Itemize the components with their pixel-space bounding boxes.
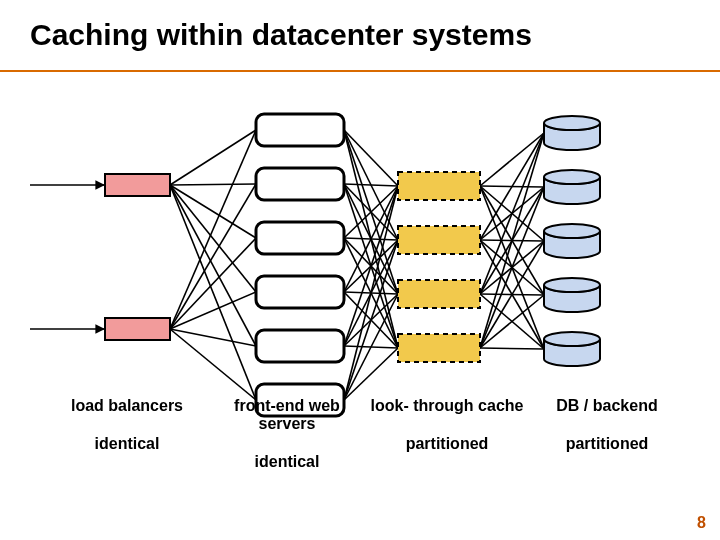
column-captions: load balancers identical front-end web s… [47, 397, 687, 471]
caption-label-3: DB / backend [527, 397, 687, 415]
svg-line-12 [170, 329, 256, 346]
caption-col-3: DB / backend partitioned [527, 397, 687, 471]
svg-line-18 [344, 184, 398, 186]
svg-point-60 [544, 224, 600, 238]
svg-point-58 [544, 116, 600, 130]
database-icon [544, 170, 600, 204]
svg-line-38 [480, 133, 544, 186]
web-server-icon [256, 114, 344, 146]
svg-line-10 [170, 238, 256, 329]
svg-line-6 [170, 185, 256, 346]
cache-icon [398, 334, 480, 362]
web-server-icon [256, 222, 344, 254]
svg-point-59 [544, 170, 600, 184]
database-icon [544, 224, 600, 258]
svg-line-2 [170, 130, 256, 185]
database-icon [544, 278, 600, 312]
caption-col-2: look- through cache partitioned [367, 397, 527, 471]
svg-line-9 [170, 184, 256, 329]
caption-col-0: load balancers identical [47, 397, 207, 471]
svg-point-61 [544, 278, 600, 292]
svg-line-3 [170, 184, 256, 185]
load-balancer-icon [105, 318, 170, 340]
caption-label-1: front-end web servers [207, 397, 367, 433]
svg-line-5 [170, 185, 256, 292]
database-icon [544, 332, 600, 366]
svg-line-14 [344, 130, 398, 186]
svg-line-7 [170, 185, 256, 400]
caption-sub-1: identical [207, 453, 367, 471]
caption-sub-0: identical [47, 435, 207, 453]
svg-line-57 [480, 348, 544, 349]
page-number: 8 [697, 514, 706, 532]
svg-line-13 [170, 329, 256, 400]
web-server-icon [256, 330, 344, 362]
svg-point-62 [544, 332, 600, 346]
load-balancer-icon [105, 174, 170, 196]
caption-label-0: load balancers [47, 397, 207, 415]
cache-icon [398, 226, 480, 254]
caption-sub-3: partitioned [527, 435, 687, 453]
web-server-icon [256, 276, 344, 308]
database-icon [544, 116, 600, 150]
caption-col-1: front-end web servers identical [207, 397, 367, 471]
web-server-icon [256, 168, 344, 200]
caption-sub-2: partitioned [367, 435, 527, 453]
cache-icon [398, 280, 480, 308]
caption-label-2: look- through cache [367, 397, 527, 415]
cache-icon [398, 172, 480, 200]
svg-line-48 [480, 133, 544, 294]
